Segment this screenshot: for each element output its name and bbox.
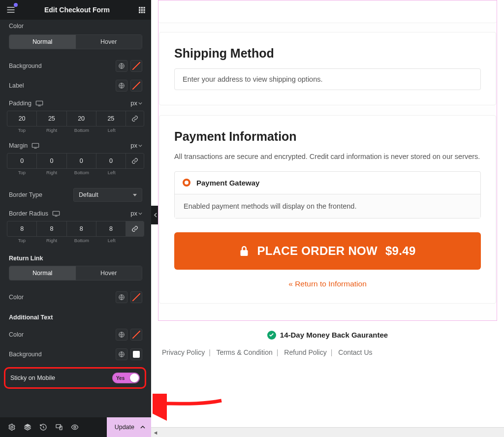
update-button[interactable]: Update <box>107 417 151 437</box>
preview-icon[interactable] <box>67 417 83 437</box>
svg-rect-4 <box>141 9 143 11</box>
border-radius-label: Border Radius <box>9 210 48 217</box>
radius-top-input[interactable] <box>7 221 36 236</box>
additional-bg-label: Background <box>9 351 42 358</box>
margin-top-input[interactable] <box>7 154 36 168</box>
svg-rect-12 <box>32 143 39 147</box>
radius-bottom-input[interactable] <box>67 221 96 236</box>
radius-link-toggle[interactable] <box>126 221 144 236</box>
border-type-select[interactable]: Default <box>73 188 142 202</box>
responsive-icon[interactable] <box>35 100 43 106</box>
padding-left-input[interactable] <box>96 111 126 126</box>
place-order-button[interactable]: PLACE ORDER NOW $9.49 <box>174 232 481 270</box>
notification-dot <box>14 3 18 7</box>
globe-icon[interactable] <box>116 60 127 72</box>
sticky-label: Sticky on Mobile <box>10 375 55 381</box>
link-terms[interactable]: Terms & Condition <box>216 348 272 356</box>
sticky-toggle-text: Yes <box>112 375 125 381</box>
padding-bottom-input[interactable] <box>67 111 96 126</box>
guarantee-text: 14-Day Money Back Gaurantee <box>280 331 388 339</box>
margin-right-input[interactable] <box>37 154 66 168</box>
radius-right-input[interactable] <box>37 221 66 236</box>
payment-title: Payment Information <box>174 129 481 144</box>
panel-body[interactable]: Color Normal Hover Background Label Padd… <box>0 20 151 417</box>
globe-icon[interactable] <box>116 348 127 360</box>
margin-unit-select[interactable]: px <box>130 142 142 149</box>
sticky-on-mobile-row: Sticky on Mobile Yes <box>4 367 146 389</box>
color-picker-button[interactable] <box>130 329 142 341</box>
responsive-icon[interactable] <box>32 143 39 149</box>
radio-selected-icon <box>183 179 190 187</box>
tab-normal[interactable]: Normal <box>9 35 76 49</box>
sticky-toggle[interactable]: Yes <box>112 373 140 383</box>
no-color-icon <box>131 292 141 302</box>
margin-grid <box>7 153 144 169</box>
globe-icon[interactable] <box>116 80 127 92</box>
margin-header: Margin px <box>0 138 151 153</box>
apps-icon[interactable] <box>137 5 146 14</box>
margin-left-input[interactable] <box>96 154 126 168</box>
payment-gateway-row[interactable]: Payment Gateway <box>175 172 480 194</box>
scroll-left-icon[interactable]: ◄ <box>151 430 160 436</box>
additional-bg-row: Background <box>0 344 151 364</box>
preview-footer-links: Privacy Policy| Terms & Condition| Refun… <box>151 340 504 356</box>
state-tabs-button: Normal Hover <box>9 34 142 49</box>
chevron-up-icon <box>140 425 145 430</box>
link-refund[interactable]: Refund Policy <box>284 348 326 356</box>
svg-point-20 <box>74 426 76 428</box>
tab-hover[interactable]: Hover <box>76 266 142 280</box>
card-stub-top <box>158 0 497 23</box>
return-link[interactable]: « Return to Information <box>174 280 481 288</box>
payment-sub: All transactions are secure and encrypte… <box>174 152 481 162</box>
svg-rect-6 <box>139 11 140 13</box>
lock-icon <box>239 245 249 257</box>
globe-icon[interactable] <box>116 291 127 303</box>
border-type-row: Border Type Default <box>0 180 151 206</box>
widget-outline[interactable]: Shipping Method Enter your address to vi… <box>158 0 497 321</box>
padding-unit-select[interactable]: px <box>130 99 142 107</box>
margin-bottom-input[interactable] <box>67 154 96 168</box>
responsive-mode-icon[interactable] <box>51 417 67 437</box>
svg-rect-13 <box>53 211 59 215</box>
padding-link-toggle[interactable] <box>126 111 144 126</box>
responsive-icon[interactable] <box>52 211 60 217</box>
padding-unit-text: px <box>130 99 137 107</box>
svg-rect-8 <box>143 11 145 13</box>
background-row: Background <box>0 56 151 76</box>
preview-scroll[interactable]: Shipping Method Enter your address to vi… <box>151 0 504 422</box>
globe-icon[interactable] <box>116 329 127 341</box>
label-row: Label <box>0 76 151 95</box>
border-radius-header: Border Radius px <box>0 206 151 221</box>
padding-top-input[interactable] <box>7 111 36 126</box>
link-contact[interactable]: Contact Us <box>338 348 372 356</box>
radius-left-input[interactable] <box>96 221 126 236</box>
history-icon[interactable] <box>35 417 51 437</box>
menu-icon[interactable] <box>5 4 17 16</box>
no-color-icon <box>131 61 141 71</box>
tab-normal[interactable]: Normal <box>9 266 76 280</box>
color-picker-button[interactable] <box>130 60 142 72</box>
svg-rect-1 <box>141 7 143 8</box>
svg-rect-11 <box>36 101 42 105</box>
navigator-icon[interactable] <box>20 417 35 437</box>
color-picker-button[interactable] <box>130 80 142 92</box>
shipping-card: Shipping Method Enter your address to vi… <box>159 32 496 105</box>
panel-header: Edit Checkout Form <box>0 0 151 20</box>
link-privacy[interactable]: Privacy Policy <box>162 348 205 356</box>
background-label: Background <box>9 62 42 69</box>
horizontal-scrollbar[interactable]: ◄ <box>151 427 504 437</box>
color-picker-button[interactable] <box>130 291 142 303</box>
border-radius-unit-select[interactable]: px <box>130 210 142 217</box>
caret-down-icon <box>133 194 137 196</box>
color-swatch-white[interactable] <box>130 348 142 360</box>
settings-icon[interactable] <box>4 417 20 437</box>
no-color-icon <box>131 81 141 91</box>
panel-footer: Update <box>0 417 151 437</box>
svg-rect-0 <box>139 7 140 8</box>
padding-right-input[interactable] <box>37 111 66 126</box>
tab-hover[interactable]: Hover <box>76 35 142 49</box>
return-link-heading: Return Link <box>0 248 151 266</box>
margin-link-toggle[interactable] <box>126 154 144 168</box>
svg-rect-3 <box>139 9 140 11</box>
payment-card: Payment Information All transactions are… <box>159 115 496 304</box>
